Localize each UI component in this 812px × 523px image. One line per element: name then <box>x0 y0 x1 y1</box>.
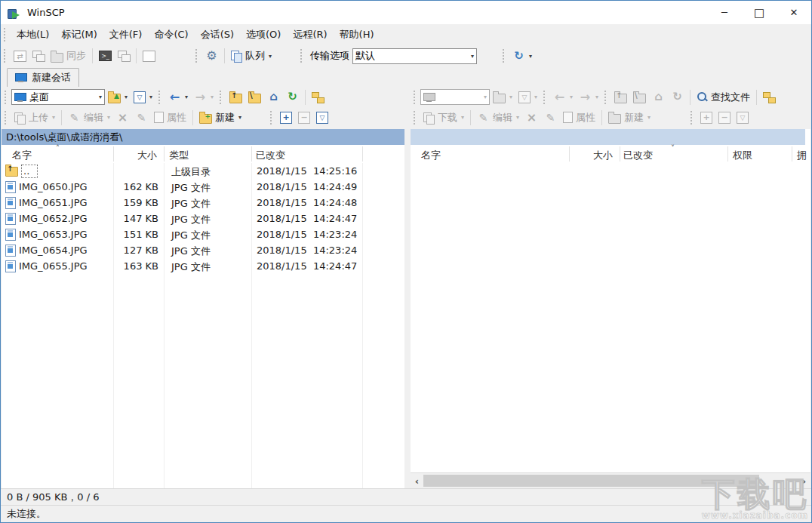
forward-button[interactable]: →▾ <box>576 89 601 105</box>
download-button[interactable]: 下载▾ <box>420 109 467 126</box>
toolbar-grip[interactable] <box>5 91 9 104</box>
menu-help[interactable]: 帮助(H) <box>334 26 380 44</box>
unselect-same-button[interactable]: − <box>295 110 313 125</box>
home-directory-button[interactable]: ⌂ <box>649 89 668 105</box>
unselect-same-button[interactable]: − <box>715 110 734 125</box>
delete-button[interactable]: × <box>522 109 541 125</box>
follow-symlinks-button[interactable] <box>309 91 327 104</box>
column-header-name[interactable]: 名字 <box>421 149 441 162</box>
refresh-button[interactable]: ↻ <box>668 89 687 105</box>
find-files-button[interactable]: 查找文件 <box>694 89 753 106</box>
edit-button[interactable]: ✎编辑▾ <box>474 109 522 126</box>
maximize-button[interactable]: □ <box>742 1 777 24</box>
panel-splitter[interactable] <box>404 87 411 488</box>
toolbar-grip[interactable] <box>691 111 695 125</box>
open-terminal-button[interactable]: >_ <box>96 49 115 63</box>
table-row[interactable]: IMG_0654.JPG 127 KB JPG 文件 2018/1/15 14:… <box>2 242 404 258</box>
parent-directory-button[interactable]: ↑ <box>611 89 630 105</box>
root-directory-button[interactable]: \ <box>630 89 649 105</box>
toolbar-grip[interactable] <box>503 49 507 63</box>
column-header-owner[interactable]: 拥 <box>797 149 807 162</box>
root-directory-button[interactable]: \ <box>245 89 264 105</box>
horizontal-scrollbar[interactable]: ‹ › <box>411 472 810 488</box>
selection-filter-button[interactable]: ▽ <box>313 110 331 125</box>
properties-button[interactable]: 属性 <box>151 109 189 126</box>
follow-symlinks-button[interactable] <box>760 91 778 104</box>
synchronize-browsing-button[interactable] <box>29 49 48 63</box>
compare-directories-button[interactable]: ⇄ <box>11 49 29 63</box>
table-row[interactable]: IMG_0655.JPG 163 KB JPG 文件 2018/1/15 14:… <box>2 258 404 274</box>
table-row[interactable]: IMG_0650.JPG 162 KB JPG 文件 2018/1/15 14:… <box>2 179 404 195</box>
toolbar-grip[interactable] <box>604 91 609 104</box>
local-path-bar[interactable]: D:\tools\桌面\成语消消看\ <box>2 129 404 145</box>
minimize-button[interactable]: ─ <box>707 1 742 24</box>
toolbar-grip[interactable] <box>543 91 548 104</box>
column-header-type[interactable]: 类型 <box>169 149 189 162</box>
open-in-putty-button[interactable] <box>115 49 133 63</box>
parent-directory-button[interactable]: ↑ <box>226 89 245 105</box>
menu-options[interactable]: 选项(O) <box>240 26 287 44</box>
delete-button[interactable]: × <box>113 109 132 125</box>
open-directory-button[interactable]: ▾ <box>490 89 515 105</box>
local-path: D:\tools\桌面\成语消消看\ <box>6 131 122 144</box>
column-header-size[interactable]: 大小 <box>137 149 157 162</box>
menu-session[interactable]: 会话(S) <box>195 26 240 44</box>
toolbar-grip[interactable] <box>300 49 305 63</box>
scrollbar-thumb[interactable] <box>423 475 759 487</box>
back-button[interactable]: ←▾ <box>550 89 576 105</box>
tab-new-session[interactable]: 新建会话 <box>7 68 79 87</box>
menu-grip[interactable] <box>4 28 8 42</box>
home-directory-button[interactable]: ⌂ <box>264 89 283 105</box>
toolbar-grip[interactable] <box>220 91 224 104</box>
new-button[interactable]: +新建▾ <box>196 109 245 126</box>
selection-filter-button[interactable]: ▽ <box>734 110 752 125</box>
local-address-combo[interactable]: 桌面 ▾ <box>11 89 105 105</box>
toolbar-grip[interactable] <box>5 111 9 125</box>
new-window-button[interactable] <box>140 49 158 63</box>
column-header-name[interactable]: 名字 <box>12 149 32 162</box>
menu-mark[interactable]: 标记(M) <box>55 26 103 44</box>
table-row-parent[interactable]: ↑.. 上级目录 2018/1/15 14:25:16 <box>2 163 404 179</box>
table-row[interactable]: IMG_0652.JPG 147 KB JPG 文件 2018/1/15 14:… <box>2 211 404 226</box>
remote-path-bar[interactable] <box>411 129 810 145</box>
menu-local[interactable]: 本地(L) <box>11 26 55 44</box>
forward-button[interactable]: →▾ <box>191 89 217 105</box>
menu-remote[interactable]: 远程(R) <box>287 26 333 44</box>
remote-address-combo[interactable]: ▾ <box>420 89 490 105</box>
transfer-mode-button[interactable]: ↻▾ <box>509 48 535 64</box>
select-same-button[interactable]: + <box>697 110 715 125</box>
queue-button[interactable]: 队列▾ <box>228 48 275 64</box>
scroll-left-icon[interactable]: ‹ <box>411 473 423 488</box>
upload-button[interactable]: 上传▾ <box>11 109 58 126</box>
scroll-right-icon[interactable]: › <box>798 473 810 488</box>
open-directory-button[interactable]: ▲▾ <box>105 89 131 105</box>
new-button[interactable]: 新建▾ <box>605 109 654 126</box>
menu-command[interactable]: 命令(C) <box>148 26 194 44</box>
rename-button[interactable]: ✎ <box>132 109 151 125</box>
toolbar-grip[interactable] <box>158 91 163 104</box>
table-row[interactable]: IMG_0653.JPG 151 KB JPG 文件 2018/1/15 14:… <box>2 226 404 242</box>
toolbar-grip[interactable] <box>270 111 275 125</box>
properties-button[interactable]: 属性 <box>560 109 598 126</box>
menu-file[interactable]: 文件(F) <box>103 26 149 44</box>
column-header-modified[interactable]: 已改变 <box>623 149 653 162</box>
toolbar-grip[interactable] <box>414 91 418 104</box>
filter-button[interactable]: ▽▾ <box>515 90 540 105</box>
table-row[interactable]: IMG_0651.JPG 159 KB JPG 文件 2018/1/15 14:… <box>2 195 404 211</box>
column-header-modified[interactable]: 已改变 <box>256 149 285 162</box>
synchronize-button[interactable]: 同步 <box>48 48 89 64</box>
edit-button[interactable]: ✎编辑▾ <box>65 109 113 126</box>
preferences-button[interactable]: ⚙ <box>202 48 221 64</box>
column-header-size[interactable]: 大小 <box>593 149 613 162</box>
close-button[interactable]: ✕ <box>777 1 811 24</box>
select-same-button[interactable]: + <box>277 110 295 125</box>
toolbar-grip[interactable] <box>414 111 418 125</box>
refresh-button[interactable]: ↻ <box>283 89 302 105</box>
toolbar-grip[interactable] <box>4 49 8 63</box>
toolbar-grip[interactable] <box>195 49 200 63</box>
filter-button[interactable]: ▽▾ <box>131 90 155 105</box>
rename-button[interactable]: ✎ <box>541 109 560 125</box>
back-button[interactable]: ←▾ <box>165 89 191 105</box>
transfer-settings-combo[interactable]: 默认 ▾ <box>352 48 477 64</box>
column-header-permissions[interactable]: 权限 <box>733 149 752 162</box>
